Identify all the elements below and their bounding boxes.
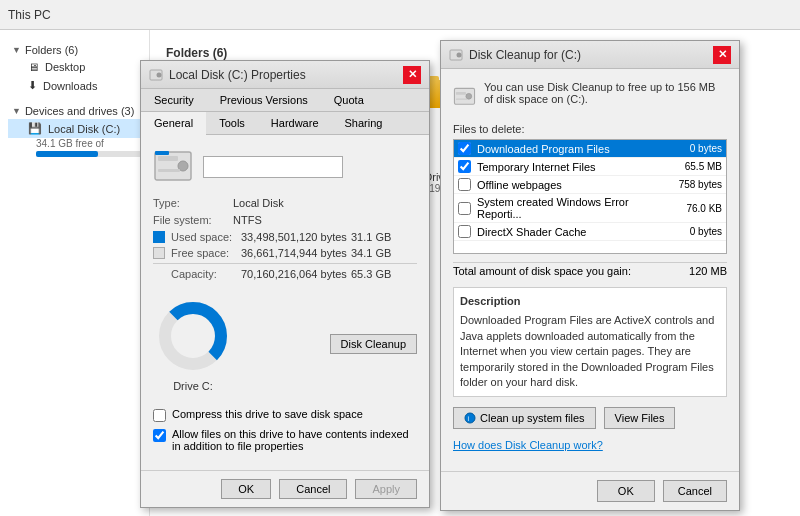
properties-title-text: Local Disk (C:) Properties <box>149 68 306 82</box>
cleanup-intro-icon <box>453 81 476 113</box>
tab-tools[interactable]: Tools <box>206 112 258 134</box>
capacity-label: Capacity: <box>171 268 241 280</box>
compress-label: Compress this drive to save disk space <box>172 408 363 420</box>
sidebar-folders-header[interactable]: ▼ Folders (6) <box>8 42 141 58</box>
cleanup-actions: i Clean up system files View Files <box>453 407 727 429</box>
cleanup-title-icon <box>449 48 463 62</box>
svg-rect-14 <box>155 151 169 155</box>
sidebar-local-disk-label: Local Disk (C:) <box>48 123 120 135</box>
used-bytes: 33,498,501,120 bytes <box>241 231 351 243</box>
properties-tabs-row2: General Tools Hardware Sharing <box>141 112 429 135</box>
drive-label: Drive C: <box>173 380 213 392</box>
svg-rect-21 <box>456 92 466 95</box>
file-item-error-report[interactable]: System created Windows Error Reporti... … <box>454 194 726 223</box>
cleanup-body: You can use Disk Cleanup to free up to 1… <box>441 69 739 471</box>
file-item-offline[interactable]: Offline webpages 758 bytes <box>454 176 726 194</box>
properties-title-icon <box>149 68 163 82</box>
local-disk-progress-fill <box>36 151 98 157</box>
type-row: Type: Local Disk <box>153 197 417 209</box>
files-list[interactable]: Downloaded Program Files 0 bytes Tempora… <box>453 139 727 254</box>
tab-general[interactable]: General <box>141 112 206 135</box>
capacity-spacer <box>153 268 165 280</box>
properties-cancel-button[interactable]: Cancel <box>279 479 347 499</box>
svg-point-20 <box>466 93 472 99</box>
total-row: Total amount of disk space you gain: 120… <box>453 262 727 279</box>
clean-system-button[interactable]: i Clean up system files <box>453 407 596 429</box>
cleanup-close-button[interactable]: ✕ <box>713 46 731 64</box>
tab-sharing[interactable]: Sharing <box>332 112 396 134</box>
cleanup-intro: You can use Disk Cleanup to free up to 1… <box>453 81 727 113</box>
file-checkbox-directx[interactable] <box>458 225 471 238</box>
cleanup-footer: OK Cancel <box>441 471 739 510</box>
disk-cleanup-button[interactable]: Disk Cleanup <box>330 334 417 354</box>
tab-previous-versions[interactable]: Previous Versions <box>207 89 321 111</box>
used-space-row: Used space: 33,498,501,120 bytes 31.1 GB <box>153 231 417 243</box>
how-does-link[interactable]: How does Disk Cleanup work? <box>453 439 727 451</box>
file-name-offline: Offline webpages <box>477 179 672 191</box>
description-title: Description <box>460 294 720 309</box>
file-item-downloaded[interactable]: Downloaded Program Files 0 bytes <box>454 140 726 158</box>
chevron-down-icon-2: ▼ <box>12 106 21 116</box>
properties-apply-button[interactable]: Apply <box>355 479 417 499</box>
file-checkbox-error-report[interactable] <box>458 202 471 215</box>
compress-checkbox[interactable] <box>153 409 166 422</box>
description-box: Description Downloaded Program Files are… <box>453 287 727 397</box>
type-label: Type: <box>153 197 233 209</box>
free-color-box <box>153 247 165 259</box>
sidebar-item-desktop[interactable]: 🖥 Desktop <box>8 58 141 76</box>
svg-rect-13 <box>158 169 180 172</box>
properties-body: Type: Local Disk File system: NTFS Used … <box>141 135 429 470</box>
chevron-down-icon: ▼ <box>12 45 21 55</box>
file-size-directx: 0 bytes <box>672 226 722 237</box>
sidebar-item-downloads[interactable]: ⬇ Downloads <box>8 76 141 95</box>
sidebar: ▼ Folders (6) 🖥 Desktop ⬇ Downloads ▼ De… <box>0 30 150 516</box>
hdd-icon-sidebar: 💾 <box>28 122 42 135</box>
sidebar-item-local-disk[interactable]: 💾 Local Disk (C:) <box>8 119 141 138</box>
free-gb: 34.1 GB <box>351 247 391 259</box>
properties-footer: OK Cancel Apply <box>141 470 429 507</box>
donut-row: Drive C: Disk Cleanup <box>153 288 417 400</box>
tab-hardware[interactable]: Hardware <box>258 112 332 134</box>
file-item-directx[interactable]: DirectX Shader Cache 0 bytes <box>454 223 726 241</box>
local-disk-space: 34.1 GB free of <box>8 138 141 157</box>
file-checkbox-temp-internet[interactable] <box>458 160 471 173</box>
tab-security[interactable]: Security <box>141 89 207 111</box>
svg-point-23 <box>465 413 475 423</box>
view-files-button[interactable]: View Files <box>604 407 676 429</box>
free-label: Free space: <box>171 247 241 259</box>
used-label: Used space: <box>171 231 241 243</box>
index-label: Allow files on this drive to have conten… <box>172 428 417 452</box>
file-item-temp-internet[interactable]: Temporary Internet Files 65.5 MB <box>454 158 726 176</box>
properties-close-button[interactable]: ✕ <box>403 66 421 84</box>
file-size-error-report: 76.0 KB <box>672 203 722 214</box>
sidebar-devices-label: Devices and drives (3) <box>25 105 134 117</box>
tab-quota[interactable]: Quota <box>321 89 377 111</box>
fs-label: File system: <box>153 214 233 226</box>
file-size-offline: 758 bytes <box>672 179 722 190</box>
sidebar-section-folders: ▼ Folders (6) 🖥 Desktop ⬇ Downloads <box>0 38 149 99</box>
cleanup-title-text: Disk Cleanup for (C:) <box>449 48 581 62</box>
compress-checkbox-row: Compress this drive to save disk space <box>153 408 417 422</box>
sidebar-section-devices: ▼ Devices and drives (3) 💾 Local Disk (C… <box>0 99 149 161</box>
file-name-directx: DirectX Shader Cache <box>477 226 672 238</box>
cleanup-ok-button[interactable]: OK <box>597 480 655 502</box>
sidebar-devices-header[interactable]: ▼ Devices and drives (3) <box>8 103 141 119</box>
fs-value: NTFS <box>233 214 262 226</box>
file-name-downloaded: Downloaded Program Files <box>477 143 672 155</box>
drive-label-input[interactable] <box>203 156 343 178</box>
free-bytes: 36,661,714,944 bytes <box>241 247 351 259</box>
local-disk-progress-bg <box>36 151 156 157</box>
donut-svg <box>153 296 233 376</box>
file-checkbox-downloaded[interactable] <box>458 142 471 155</box>
files-label: Files to delete: <box>453 123 727 135</box>
file-checkbox-offline[interactable] <box>458 178 471 191</box>
total-value: 120 MB <box>689 265 727 277</box>
capacity-gb: 65.3 GB <box>351 268 391 280</box>
description-text: Downloaded Program Files are ActiveX con… <box>460 314 714 388</box>
total-label: Total amount of disk space you gain: <box>453 265 631 277</box>
properties-ok-button[interactable]: OK <box>221 479 271 499</box>
cleanup-cancel-button[interactable]: Cancel <box>663 480 727 502</box>
index-checkbox-row: Allow files on this drive to have conten… <box>153 428 417 452</box>
index-checkbox[interactable] <box>153 429 166 442</box>
type-value: Local Disk <box>233 197 284 209</box>
